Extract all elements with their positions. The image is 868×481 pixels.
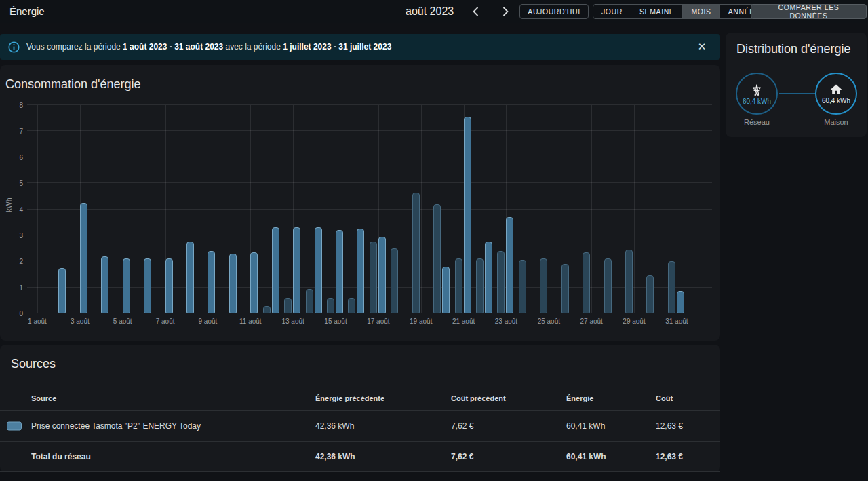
- energy-consumption-card: Consommation d'énergie kWh 012345678 1 a…: [0, 65, 720, 341]
- table-cell: Coût: [656, 394, 720, 402]
- source-color-swatch: [7, 422, 22, 431]
- bar-current-3-août: [80, 203, 87, 313]
- h-gridline: [27, 157, 712, 157]
- bar-current-12-août: [272, 227, 279, 313]
- grid-to-home-flow-line: [779, 93, 815, 94]
- sources-table: SourceÉnergie précédenteCoût précédentÉn…: [0, 385, 720, 472]
- x-tick-label: 17 août: [358, 318, 399, 325]
- home-icon: [829, 83, 843, 96]
- x-tick-label: 11 août: [230, 318, 271, 325]
- x-tick-label: 15 août: [315, 318, 356, 325]
- bar-current-2-août: [58, 268, 66, 313]
- range-button-mois[interactable]: MOIS: [682, 5, 719, 18]
- bar-previous-24-août: [519, 260, 526, 313]
- v-gridline: [591, 105, 592, 313]
- table-cell: 7,62 €: [451, 421, 566, 431]
- h-gridline: [27, 104, 712, 105]
- y-tick-label: 4: [5, 206, 23, 214]
- bar-previous-25-août: [540, 258, 547, 313]
- bar-previous-28-août: [604, 258, 612, 313]
- x-tick-label: 23 août: [486, 318, 526, 325]
- table-cell: 7,62 €: [451, 452, 566, 461]
- page-title: Énergie: [9, 5, 45, 17]
- bar-current-21-août: [464, 117, 471, 313]
- table-cell: Total du réseau: [0, 452, 315, 461]
- bar-previous-12-août: [263, 306, 271, 314]
- range-button-semaine[interactable]: SEMAINE: [631, 5, 682, 18]
- grid-node[interactable]: 60,4 kWh: [736, 73, 778, 115]
- bar-current-23-août: [506, 217, 513, 313]
- bar-previous-21-août: [455, 258, 462, 313]
- v-gridline: [549, 105, 549, 313]
- bar-current-14-août: [315, 227, 322, 313]
- h-gridline: [27, 130, 712, 131]
- bar-current-16-août: [357, 229, 364, 313]
- bar-previous-26-août: [561, 264, 569, 313]
- bar-current-8-août: [186, 242, 194, 313]
- bar-current-4-août: [101, 256, 108, 313]
- previous-period-button[interactable]: [463, 2, 488, 21]
- source-row[interactable]: Prise connectée Tasmota "P2" ENERGY Toda…: [0, 410, 720, 441]
- x-tick-label: 27 août: [571, 318, 612, 325]
- app-header: Énergie août 2023 AUJOURD'HUI JOURSEMAIN…: [0, 0, 868, 23]
- v-gridline: [37, 105, 38, 313]
- sources-header-row: SourceÉnergie précédenteCoût précédentÉn…: [0, 385, 720, 410]
- h-gridline: [27, 235, 712, 235]
- bar-previous-20-août: [433, 204, 441, 313]
- consumption-bar-chart: [27, 105, 712, 313]
- consumption-title: Consommation d'énergie: [5, 77, 141, 92]
- chevron-left-icon: [473, 7, 479, 16]
- table-cell: Coût précédent: [451, 394, 566, 402]
- table-cell: 42,36 kWh: [315, 452, 451, 461]
- bar-previous-23-août: [497, 251, 505, 313]
- x-tick-label: 31 août: [656, 318, 697, 325]
- y-tick-label: 2: [5, 258, 23, 265]
- bar-previous-13-août: [284, 298, 292, 313]
- bar-current-13-août: [293, 227, 300, 313]
- bar-previous-19-août: [412, 193, 420, 313]
- compare-banner-text: Vous comparez la période 1 août 2023 - 3…: [26, 42, 391, 52]
- table-cell: Énergie: [566, 394, 656, 402]
- bar-current-10-août: [229, 254, 237, 313]
- compare-data-button[interactable]: COMPARER LES DONNÉES: [751, 4, 867, 19]
- compare-banner: Vous comparez la période 1 août 2023 - 3…: [0, 34, 720, 60]
- home-node[interactable]: 60,4 kWh: [815, 73, 857, 115]
- y-tick-label: 1: [5, 284, 23, 292]
- bar-current-17-août: [378, 237, 386, 313]
- x-tick-label: 25 août: [528, 318, 569, 325]
- x-tick-label: 29 août: [614, 318, 654, 325]
- x-tick-label: 1 août: [17, 318, 58, 325]
- x-tick-label: 21 août: [443, 318, 484, 325]
- y-tick-label: 7: [5, 128, 23, 135]
- bar-current-11-août: [250, 252, 258, 313]
- today-button[interactable]: AUJOURD'HUI: [519, 4, 589, 19]
- h-gridline: [27, 182, 712, 183]
- bar-current-6-août: [144, 258, 151, 313]
- x-tick-label: 9 août: [187, 318, 228, 325]
- energy-distribution-card: Distribution d'énergie 60,4 kWh Réseau 6…: [726, 33, 867, 137]
- table-cell: 42,36 kWh: [315, 421, 451, 431]
- v-gridline: [421, 105, 422, 313]
- range-button-jour[interactable]: JOUR: [593, 5, 631, 18]
- table-cell: 12,63 €: [656, 452, 720, 461]
- close-icon[interactable]: ✕: [692, 37, 712, 57]
- grid-node-label: Réseau: [736, 118, 778, 126]
- bar-previous-29-août: [625, 250, 633, 313]
- bar-current-22-août: [485, 242, 492, 313]
- x-tick-label: 3 août: [60, 318, 100, 325]
- home-node-label: Maison: [815, 118, 857, 126]
- bar-previous-14-août: [306, 289, 313, 313]
- chevron-right-icon: [502, 7, 509, 16]
- sources-card: Sources SourceÉnergie précédenteCoût pré…: [0, 345, 720, 472]
- bar-current-20-août: [442, 267, 450, 313]
- grid-energy-value: 60,4 kWh: [743, 98, 771, 105]
- bar-current-9-août: [208, 251, 215, 313]
- period-label: août 2023: [406, 5, 454, 18]
- next-period-button[interactable]: [493, 2, 517, 21]
- bar-previous-31-août: [668, 261, 675, 313]
- table-cell: Source: [0, 394, 315, 402]
- sources-title: Sources: [11, 357, 56, 371]
- y-tick-label: 3: [5, 232, 23, 239]
- table-cell: 12,63 €: [656, 421, 720, 431]
- bar-previous-15-août: [327, 298, 334, 313]
